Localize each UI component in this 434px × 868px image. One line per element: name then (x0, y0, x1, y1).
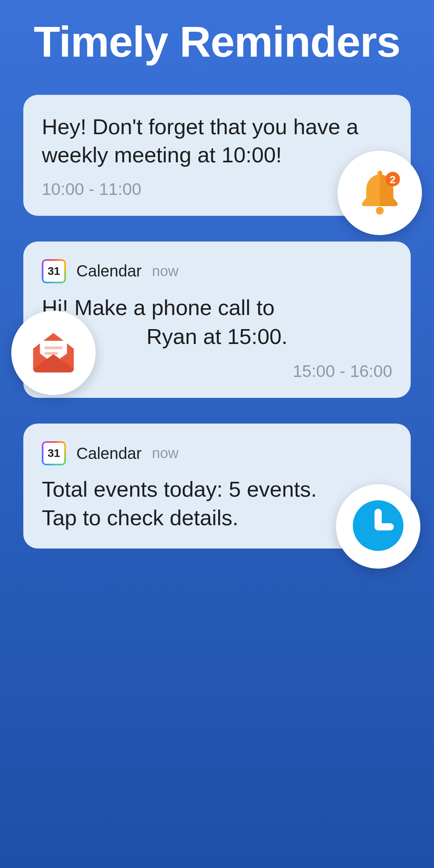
app-time: now (152, 263, 178, 280)
reminder-card-1[interactable]: Hey! Don't forget that you have a weekly… (23, 95, 411, 215)
app-time: now (152, 445, 178, 462)
reminder-card-2[interactable]: 31 Calendar now Hi! Make a phone call to… (23, 242, 411, 398)
svg-point-0 (376, 207, 384, 215)
page-title: Timely Reminders (23, 17, 411, 67)
app-icon-day: 31 (47, 447, 60, 460)
calendar-app-icon: 31 (42, 441, 66, 465)
envelope-bubble (11, 311, 96, 395)
calendar-app-icon: 31 (42, 259, 66, 283)
card-body-line1: Hi! Make a phone call to (42, 293, 392, 322)
reminder-card-3[interactable]: 31 Calendar now Total events today: 5 ev… (23, 424, 411, 548)
card-body: Hey! Don't forget that you have a weekly… (42, 113, 392, 169)
card-header: 31 Calendar now (42, 441, 392, 465)
bell-bubble: 2 (338, 151, 422, 235)
app-name: Calendar (76, 262, 141, 280)
envelope-icon (25, 324, 82, 382)
app-icon-day: 31 (47, 265, 60, 278)
svg-rect-5 (45, 352, 58, 355)
card-header: 31 Calendar now (42, 259, 392, 283)
bell-icon: 2 (352, 164, 408, 222)
svg-text:2: 2 (390, 173, 396, 185)
app-name: Calendar (76, 444, 141, 463)
clock-icon (348, 495, 408, 557)
svg-rect-4 (45, 346, 63, 349)
time-range: 15:00 - 16:00 (42, 362, 392, 381)
clock-bubble (336, 484, 420, 569)
